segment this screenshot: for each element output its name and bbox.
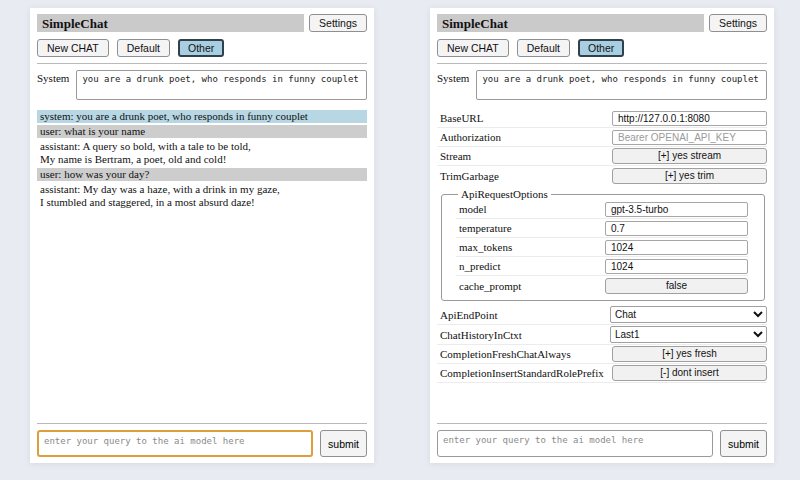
trimgarbage-toggle-button[interactable]: [+] yes trim [612, 168, 767, 184]
baseurl-input[interactable] [612, 111, 767, 126]
app-title: SimpleChat [37, 14, 304, 32]
settings-button[interactable]: Settings [309, 14, 367, 32]
system-prompt-row: System you are a drunk poet, who respond… [37, 70, 367, 100]
stream-toggle-button[interactable]: [+] yes stream [612, 148, 767, 164]
session-toolbar: New CHAT Default Other [37, 39, 367, 57]
header: SimpleChat Settings [37, 14, 367, 32]
temperature-input[interactable] [605, 221, 748, 236]
system-prompt-input[interactable]: you are a drunk poet, who responds in fu… [76, 70, 367, 100]
submit-button[interactable]: submit [320, 430, 367, 457]
query-row: submit [37, 430, 367, 457]
session-toolbar: New CHAT Default Other [437, 39, 767, 57]
header: SimpleChat Settings [437, 14, 767, 32]
settings-panel: SimpleChat Settings New CHAT Default Oth… [430, 8, 774, 463]
chat-message-user: user: how was your day? [37, 168, 367, 181]
session-other-button[interactable]: Other [178, 39, 224, 57]
api-request-options-fieldset: ApiRequestOptions model temperature max_… [441, 188, 765, 301]
completion-insert-label: CompletionInsertStandardRolePrefix [437, 367, 604, 379]
system-label: System [37, 70, 69, 84]
query-input[interactable] [37, 430, 313, 457]
submit-button[interactable]: submit [720, 430, 767, 457]
chat-history-select[interactable]: Last1 [610, 326, 767, 343]
system-prompt-input[interactable]: you are a drunk poet, who responds in fu… [476, 70, 767, 100]
chat-message-assistant: assistant: My day was a haze, with a dri… [37, 183, 367, 209]
query-divider [37, 423, 367, 424]
completion-fresh-toggle-button[interactable]: [+] yes fresh [612, 346, 767, 362]
header-divider [37, 63, 367, 64]
max-tokens-input[interactable] [605, 240, 748, 255]
session-default-button[interactable]: Default [117, 39, 170, 57]
new-chat-button[interactable]: New CHAT [437, 39, 509, 57]
chat-messages: system: you are a drunk poet, who respon… [37, 110, 367, 209]
authorization-label: Authorization [437, 131, 501, 143]
setting-row-api-endpoint: ApiEndPoint Chat [437, 305, 767, 325]
setting-row-authorization: Authorization [437, 128, 767, 147]
api-request-options-legend: ApiRequestOptions [458, 188, 551, 200]
app-title: SimpleChat [437, 14, 704, 32]
setting-row-model: model [456, 200, 748, 219]
session-default-button[interactable]: Default [517, 39, 570, 57]
setting-row-stream: Stream [+] yes stream [437, 147, 767, 166]
system-label: System [437, 70, 469, 84]
settings-button[interactable]: Settings [709, 14, 767, 32]
system-prompt-row: System you are a drunk poet, who respond… [437, 70, 767, 100]
max-tokens-label: max_tokens [456, 241, 512, 253]
setting-row-trimgarbage: TrimGarbage [+] yes trim [437, 166, 767, 185]
api-endpoint-label: ApiEndPoint [437, 309, 497, 321]
setting-row-chat-history: ChatHistoryInCtxt Last1 [437, 325, 767, 345]
chat-message-user: user: what is your name [37, 125, 367, 138]
temperature-label: temperature [456, 222, 512, 234]
settings-form: BaseURL Authorization Stream [+] yes str… [437, 109, 767, 383]
query-input[interactable] [437, 430, 713, 457]
chat-message-assistant: assistant: A query so bold, with a tale … [37, 140, 367, 166]
n-predict-input[interactable] [605, 259, 748, 274]
chat-history-label: ChatHistoryInCtxt [437, 329, 522, 341]
query-section: submit [37, 417, 367, 457]
query-row: submit [437, 430, 767, 457]
query-section: submit [437, 417, 767, 457]
stream-label: Stream [437, 150, 471, 162]
api-endpoint-select[interactable]: Chat [610, 306, 767, 323]
completion-insert-toggle-button[interactable]: [-] dont insert [612, 365, 767, 381]
cache-prompt-toggle-button[interactable]: false [605, 278, 748, 294]
setting-row-n-predict: n_predict [456, 257, 748, 276]
n-predict-label: n_predict [456, 260, 501, 272]
cache-prompt-label: cache_prompt [456, 280, 521, 292]
session-other-button[interactable]: Other [578, 39, 624, 57]
setting-row-completion-insert: CompletionInsertStandardRolePrefix [-] d… [437, 364, 767, 383]
setting-row-baseurl: BaseURL [437, 109, 767, 128]
header-divider [437, 63, 767, 64]
completion-fresh-label: CompletionFreshChatAlways [437, 348, 571, 360]
authorization-input[interactable] [612, 130, 767, 145]
model-label: model [456, 203, 487, 215]
new-chat-button[interactable]: New CHAT [37, 39, 109, 57]
setting-row-temperature: temperature [456, 219, 748, 238]
chat-panel: SimpleChat Settings New CHAT Default Oth… [30, 8, 374, 463]
setting-row-max-tokens: max_tokens [456, 238, 748, 257]
trimgarbage-label: TrimGarbage [437, 170, 499, 182]
chat-message-system: system: you are a drunk poet, who respon… [37, 110, 367, 123]
baseurl-label: BaseURL [437, 112, 483, 124]
setting-row-cache-prompt: cache_prompt false [456, 276, 748, 295]
setting-row-completion-fresh: CompletionFreshChatAlways [+] yes fresh [437, 345, 767, 364]
query-divider [437, 423, 767, 424]
model-input[interactable] [605, 202, 748, 217]
